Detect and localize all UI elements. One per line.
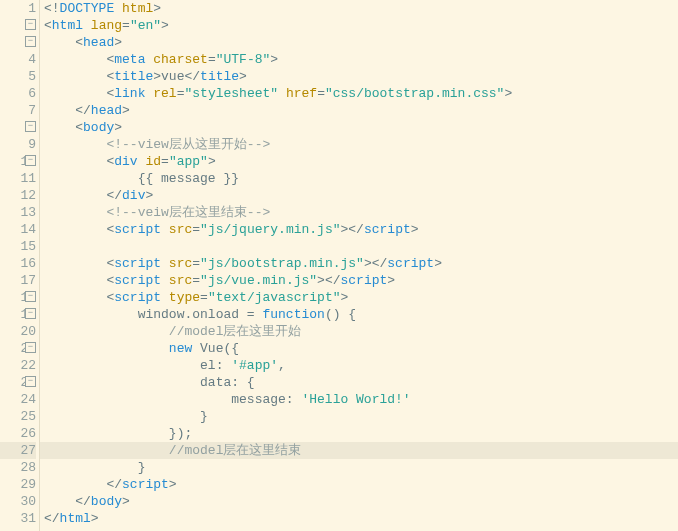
code-line[interactable]: <body> <box>40 119 678 136</box>
line-number[interactable]: 12 <box>0 187 36 204</box>
line-number[interactable]: 21− <box>0 340 36 357</box>
line-number-text: 14 <box>14 221 36 238</box>
line-number[interactable]: 27 <box>0 442 36 459</box>
fold-toggle-icon[interactable]: − <box>25 376 36 387</box>
code-line[interactable]: </div> <box>40 187 678 204</box>
code-line[interactable]: <html lang="en"> <box>40 17 678 34</box>
line-number-text: 4 <box>14 51 36 68</box>
code-line[interactable]: <!--view层从这里开始--> <box>40 136 678 153</box>
line-number[interactable]: 8− <box>0 119 36 136</box>
line-number[interactable]: 7 <box>0 102 36 119</box>
line-number[interactable]: 30 <box>0 493 36 510</box>
line-number-text: 9 <box>14 136 36 153</box>
line-number[interactable]: 13 <box>0 204 36 221</box>
code-line[interactable]: window.onload = function() { <box>40 306 678 323</box>
line-number-gutter[interactable]: 12−3−45678−910−1112131415161718−19−2021−… <box>0 0 40 531</box>
code-line[interactable]: <link rel="stylesheet" href="css/bootstr… <box>40 85 678 102</box>
line-number[interactable]: 4 <box>0 51 36 68</box>
code-line[interactable]: <div id="app"> <box>40 153 678 170</box>
code-line[interactable] <box>40 238 678 255</box>
line-number-text: 26 <box>14 425 36 442</box>
code-line[interactable]: message: 'Hello World!' <box>40 391 678 408</box>
code-line[interactable]: {{ message }} <box>40 170 678 187</box>
line-number[interactable]: 10− <box>0 153 36 170</box>
fold-toggle-icon[interactable]: − <box>25 342 36 353</box>
line-number[interactable]: 23− <box>0 374 36 391</box>
fold-toggle-icon[interactable]: − <box>25 155 36 166</box>
line-number-text: 12 <box>14 187 36 204</box>
line-number[interactable]: 31 <box>0 510 36 527</box>
line-number-text: 11 <box>14 170 36 187</box>
code-line[interactable]: <head> <box>40 34 678 51</box>
line-number[interactable]: 16 <box>0 255 36 272</box>
line-number[interactable]: 14 <box>0 221 36 238</box>
code-line[interactable]: <meta charset="UTF-8"> <box>40 51 678 68</box>
code-line[interactable]: </html> <box>40 510 678 527</box>
line-number-text: 1 <box>14 0 36 17</box>
code-line[interactable]: <!DOCTYPE html> <box>40 0 678 17</box>
code-line[interactable]: <script src="js/bootstrap.min.js"></scri… <box>40 255 678 272</box>
line-number[interactable]: 1 <box>0 0 36 17</box>
code-line[interactable]: </script> <box>40 476 678 493</box>
line-number-text: 17 <box>14 272 36 289</box>
line-number[interactable]: 24 <box>0 391 36 408</box>
code-line[interactable]: } <box>40 459 678 476</box>
line-number[interactable]: 29 <box>0 476 36 493</box>
line-number-text: 16 <box>14 255 36 272</box>
line-number-text: 22 <box>14 357 36 374</box>
code-line[interactable]: }); <box>40 425 678 442</box>
code-line[interactable]: data: { <box>40 374 678 391</box>
code-editor[interactable]: 12−3−45678−910−1112131415161718−19−2021−… <box>0 0 678 531</box>
code-area[interactable]: <!DOCTYPE html><html lang="en"> <head> <… <box>40 0 678 531</box>
line-number-text: 7 <box>14 102 36 119</box>
line-number[interactable]: 5 <box>0 68 36 85</box>
code-line[interactable]: <title>vue</title> <box>40 68 678 85</box>
line-number-text: 5 <box>14 68 36 85</box>
line-number-text: 6 <box>14 85 36 102</box>
line-number[interactable]: 15 <box>0 238 36 255</box>
line-number[interactable]: 3− <box>0 34 36 51</box>
line-number-text: 29 <box>14 476 36 493</box>
line-number[interactable]: 18− <box>0 289 36 306</box>
line-number[interactable]: 28 <box>0 459 36 476</box>
code-line[interactable]: <script src="js/jquery.min.js"></script> <box>40 221 678 238</box>
line-number[interactable]: 19− <box>0 306 36 323</box>
code-line[interactable]: el: '#app', <box>40 357 678 374</box>
code-line[interactable]: } <box>40 408 678 425</box>
line-number[interactable]: 6 <box>0 85 36 102</box>
line-number[interactable]: 9 <box>0 136 36 153</box>
code-line[interactable]: <script type="text/javascript"> <box>40 289 678 306</box>
code-line[interactable]: //model层在这里开始 <box>40 323 678 340</box>
line-number[interactable]: 25 <box>0 408 36 425</box>
line-number[interactable]: 2− <box>0 17 36 34</box>
line-number[interactable]: 22 <box>0 357 36 374</box>
code-line[interactable]: new Vue({ <box>40 340 678 357</box>
line-number-text: 13 <box>14 204 36 221</box>
fold-toggle-icon[interactable]: − <box>25 36 36 47</box>
fold-toggle-icon[interactable]: − <box>25 308 36 319</box>
line-number-text: 15 <box>14 238 36 255</box>
code-line[interactable]: </head> <box>40 102 678 119</box>
line-number[interactable]: 20 <box>0 323 36 340</box>
fold-toggle-icon[interactable]: − <box>25 19 36 30</box>
line-number-text: 27 <box>14 442 36 459</box>
line-number[interactable]: 11 <box>0 170 36 187</box>
line-number-text: 30 <box>14 493 36 510</box>
line-number-text: 20 <box>14 323 36 340</box>
line-number[interactable]: 26 <box>0 425 36 442</box>
code-line[interactable]: <script src="js/vue.min.js"></script> <box>40 272 678 289</box>
fold-toggle-icon[interactable]: − <box>25 121 36 132</box>
line-number-text: 31 <box>14 510 36 527</box>
code-line[interactable]: //model层在这里结束 <box>40 442 678 459</box>
code-line[interactable]: <!--veiw层在这里结束--> <box>40 204 678 221</box>
code-line[interactable]: </body> <box>40 493 678 510</box>
line-number-text: 24 <box>14 391 36 408</box>
line-number-text: 28 <box>14 459 36 476</box>
line-number[interactable]: 17 <box>0 272 36 289</box>
line-number-text: 25 <box>14 408 36 425</box>
fold-toggle-icon[interactable]: − <box>25 291 36 302</box>
